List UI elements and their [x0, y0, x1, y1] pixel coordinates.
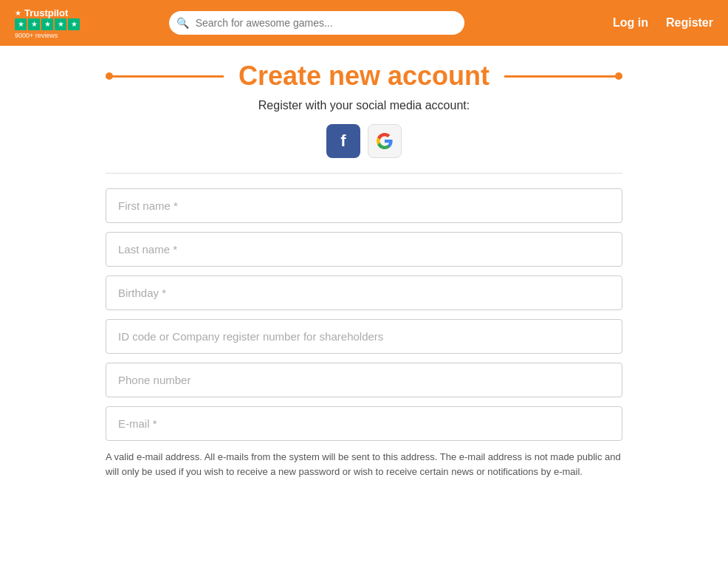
registration-form: A valid e-mail address. All e-mails from… — [106, 188, 622, 479]
header: ★ Trustpilot ★ ★ ★ ★ ★ 9000+ reviews 🔍 L… — [0, 0, 728, 46]
trustpilot-name: Trustpilot — [24, 7, 68, 18]
title-line-left — [106, 75, 224, 78]
email-field-wrapper — [106, 406, 622, 441]
star-2: ★ — [28, 18, 40, 30]
register-link[interactable]: Register — [666, 16, 713, 30]
trustpilot-sub: 9000+ reviews — [15, 32, 80, 39]
phone-input[interactable] — [106, 363, 622, 397]
phone-field-wrapper — [106, 363, 622, 397]
email-input[interactable] — [106, 406, 622, 441]
google-icon — [368, 125, 401, 157]
search-icon: 🔍 — [176, 17, 189, 29]
search-bar: 🔍 — [169, 11, 464, 35]
trustpilot-star-icon: ★ — [15, 9, 21, 17]
star-3: ★ — [41, 18, 53, 30]
trustpilot-badge: ★ Trustpilot ★ ★ ★ ★ ★ 9000+ reviews — [15, 7, 80, 39]
birthday-field-wrapper — [106, 275, 622, 310]
id-code-input[interactable] — [106, 319, 622, 354]
firstname-input[interactable] — [106, 188, 622, 223]
star-4: ★ — [55, 18, 66, 30]
main-content: Create new account Register with your so… — [106, 46, 622, 508]
email-helper-text: A valid e-mail address. All e-mails from… — [106, 450, 622, 479]
firstname-field-wrapper — [106, 188, 622, 223]
search-input[interactable] — [169, 11, 464, 35]
section-divider — [106, 173, 622, 174]
stars-row: ★ ★ ★ ★ ★ — [15, 18, 80, 30]
title-row: Create new account — [106, 61, 622, 92]
birthday-input[interactable] — [106, 275, 622, 310]
login-link[interactable]: Log in — [613, 16, 648, 30]
lastname-field-wrapper — [106, 232, 622, 267]
facebook-login-button[interactable]: f — [326, 124, 360, 158]
header-nav: Log in Register — [613, 16, 713, 30]
id-field-wrapper — [106, 319, 622, 354]
google-login-button[interactable] — [368, 124, 402, 158]
lastname-input[interactable] — [106, 232, 622, 267]
social-buttons-row: f — [106, 124, 622, 158]
star-5: ★ — [68, 18, 80, 30]
facebook-icon: f — [340, 131, 346, 151]
register-subtitle: Register with your social media account: — [106, 99, 622, 112]
page-title: Create new account — [224, 61, 504, 92]
title-line-right — [504, 75, 622, 78]
star-1: ★ — [15, 18, 27, 30]
